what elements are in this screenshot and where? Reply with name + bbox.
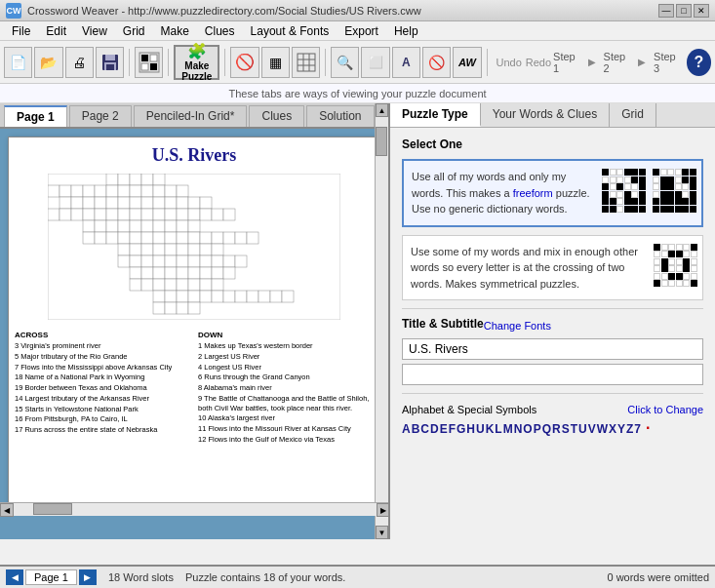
clue-across-2: 5 Major tributary of the Rio Grande: [15, 352, 190, 362]
toolbar-separator-1: [129, 49, 130, 76]
puzzle-view-button[interactable]: [135, 47, 163, 78]
puzzle-contains-status: Puzzle contains 18 of your words.: [185, 571, 345, 583]
tab-grid[interactable]: Grid: [610, 103, 656, 127]
open-button[interactable]: 📂: [34, 47, 62, 78]
clue-down-1: 1 Makes up Texas's western border: [198, 341, 374, 351]
menu-layout-fonts[interactable]: Layout & Fonts: [243, 22, 338, 40]
help-button[interactable]: ?: [687, 49, 711, 76]
toolbar-separator-3: [224, 49, 225, 76]
menu-help[interactable]: Help: [386, 22, 426, 40]
text-style-button[interactable]: AW: [453, 47, 481, 78]
menubar: File Edit View Grid Make Clues Layout & …: [0, 21, 715, 41]
clue-down-7: 10 Alaska's largest river: [198, 413, 374, 423]
menu-grid[interactable]: Grid: [115, 22, 153, 40]
title-input[interactable]: [402, 338, 703, 360]
svg-rect-65: [130, 220, 141, 232]
scroll-up-button[interactable]: ▲: [376, 103, 388, 117]
next-page-button[interactable]: ▶: [79, 569, 97, 585]
svg-rect-7: [141, 63, 148, 70]
scroll-track[interactable]: [376, 117, 388, 526]
tab-puzzle-type[interactable]: Puzzle Type: [390, 103, 481, 127]
svg-rect-57: [188, 209, 200, 220]
svg-rect-21: [60, 185, 71, 197]
make-puzzle-button[interactable]: 🧩 Make Puzzle: [174, 45, 219, 80]
no-text-button[interactable]: 🚫: [422, 47, 451, 78]
prev-page-button[interactable]: ◀: [6, 569, 23, 585]
grid-button[interactable]: ▦: [261, 47, 290, 78]
subtitle-input[interactable]: [402, 364, 703, 385]
svg-rect-51: [118, 209, 130, 220]
svg-rect-18: [141, 174, 153, 185]
svg-rect-111: [188, 267, 200, 279]
svg-rect-114: [223, 267, 235, 279]
redo-button[interactable]: Redo: [526, 57, 551, 68]
svg-rect-83: [223, 232, 235, 244]
svg-rect-32: [60, 197, 71, 209]
svg-rect-77: [153, 232, 165, 244]
tab-solution[interactable]: Solution: [306, 105, 374, 127]
svg-rect-75: [130, 232, 141, 244]
save-button[interactable]: [96, 47, 124, 78]
menu-export[interactable]: Export: [337, 22, 386, 40]
svg-rect-130: [235, 291, 247, 302]
svg-rect-134: [282, 291, 294, 302]
svg-rect-96: [130, 255, 141, 267]
no-entry-button[interactable]: 🚫: [230, 47, 258, 78]
menu-view[interactable]: View: [74, 22, 115, 40]
svg-rect-131: [247, 291, 258, 302]
step1-label: Step 1: [553, 51, 580, 74]
change-fonts-link[interactable]: Change Fonts: [484, 320, 551, 332]
menu-clues[interactable]: Clues: [197, 22, 243, 40]
menu-make[interactable]: Make: [153, 22, 197, 40]
print-button[interactable]: 🖨: [65, 47, 94, 78]
grid-button-2[interactable]: [292, 47, 320, 78]
tab-your-words-clues[interactable]: Your Words & Clues: [481, 103, 610, 127]
menu-file[interactable]: File: [4, 22, 38, 40]
close-button[interactable]: ✕: [694, 4, 709, 18]
scroll-h-thumb[interactable]: [33, 503, 72, 515]
scroll-left-button[interactable]: ◀: [0, 503, 14, 517]
svg-rect-42: [177, 197, 188, 209]
svg-rect-125: [177, 291, 188, 302]
tab-page2[interactable]: Page 2: [69, 105, 132, 127]
tab-clues[interactable]: Clues: [249, 105, 304, 127]
menu-edit[interactable]: Edit: [38, 22, 74, 40]
svg-rect-85: [247, 232, 258, 244]
svg-rect-61: [83, 220, 95, 232]
undo-button[interactable]: Undo: [497, 57, 522, 68]
scroll-right-button[interactable]: ▶: [377, 503, 390, 517]
tab-penciled-in-grid[interactable]: Penciled-In Grid*: [134, 105, 248, 127]
scroll-thumb[interactable]: [376, 127, 387, 156]
tab-page1[interactable]: Page 1: [4, 105, 67, 127]
svg-rect-38: [130, 197, 141, 209]
scroll-h-track[interactable]: [14, 503, 377, 516]
symmetrical-option-text: Use some of my words and mix in enough o…: [411, 244, 646, 293]
svg-rect-94: [212, 244, 223, 255]
svg-rect-79: [177, 232, 188, 244]
alphabet-label: Alphabet & Special Symbols: [402, 404, 536, 415]
svg-rect-56: [177, 209, 188, 220]
svg-rect-20: [48, 185, 60, 197]
puzzle-document: U.S. Rivers: [8, 137, 380, 507]
new-button[interactable]: 📄: [4, 47, 32, 78]
alphabet-section: Alphabet & Special Symbols Click to Chan…: [402, 404, 703, 437]
maximize-button[interactable]: □: [676, 4, 692, 18]
minimize-button[interactable]: —: [658, 4, 674, 18]
frame-button[interactable]: ⬜: [361, 47, 389, 78]
svg-rect-25: [106, 185, 118, 197]
clues-section: ACROSS 3 Virginia's prominent river 5 Ma…: [9, 327, 379, 450]
svg-rect-43: [188, 197, 200, 209]
page-navigation: ◀ Page 1 ▶: [6, 569, 97, 585]
symmetrical-option[interactable]: Use some of my words and mix in enough o…: [402, 235, 703, 301]
scroll-down-button[interactable]: ▼: [376, 526, 388, 539]
text-button[interactable]: A: [392, 47, 420, 78]
freeform-option[interactable]: Use all of my words and only my words. T…: [402, 159, 703, 227]
click-to-change[interactable]: Click to Change: [627, 404, 703, 415]
clue-across-8: 16 From Pittsburgh, PA to Cairo, IL: [15, 414, 190, 424]
symmetrical-preview-icon: [654, 244, 695, 285]
svg-rect-87: [130, 244, 141, 255]
svg-rect-137: [177, 302, 188, 314]
zoom-in-button[interactable]: 🔍: [331, 47, 359, 78]
svg-rect-58: [200, 209, 212, 220]
svg-rect-129: [223, 291, 235, 302]
